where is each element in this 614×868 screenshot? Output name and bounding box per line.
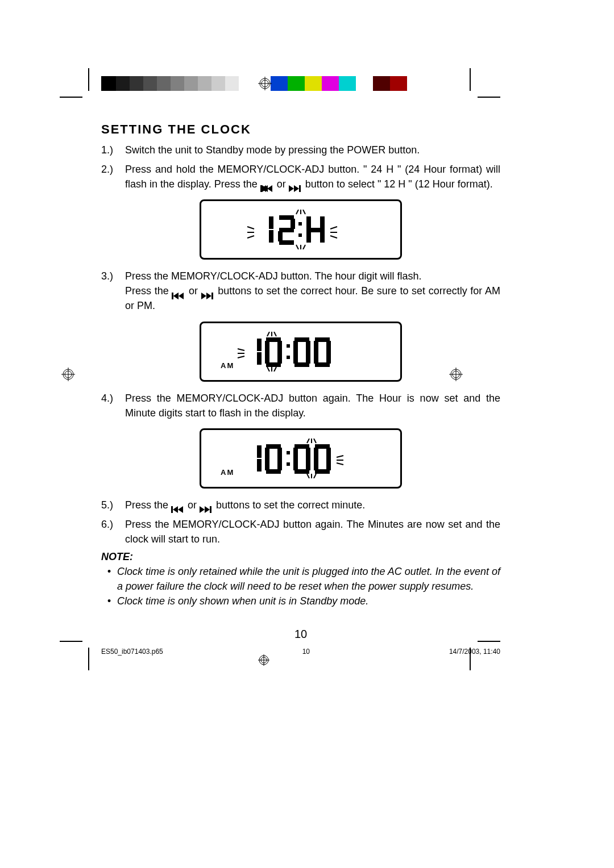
svg-rect-89 <box>293 448 298 470</box>
page: SETTING THE CLOCK 1.) Switch the unit to… <box>0 0 614 868</box>
svg-rect-90 <box>306 448 310 470</box>
skip-forward-icon <box>201 289 215 295</box>
lcd-display-minute: AM <box>200 428 402 489</box>
svg-line-24 <box>247 227 254 229</box>
svg-line-98 <box>337 463 343 465</box>
step-2: 2.) Press and hold the MEMORY/CLOCK-ADJ … <box>101 162 500 191</box>
svg-line-101 <box>314 439 316 443</box>
svg-rect-86 <box>287 451 290 454</box>
svg-marker-53 <box>206 293 211 299</box>
svg-rect-28 <box>269 230 273 243</box>
footer-slug: ES50_ib071403.p65 10 14/7/2003, 11:40 <box>101 648 500 656</box>
svg-rect-73 <box>315 362 330 367</box>
svg-line-99 <box>307 439 309 443</box>
crop-mark <box>88 648 89 670</box>
svg-marker-21 <box>289 185 294 192</box>
svg-rect-63 <box>266 362 281 367</box>
skip-back-icon <box>260 181 274 188</box>
instruction-list: 3.) Press the MEMORY/CLOCK-ADJ button. T… <box>101 269 500 313</box>
svg-rect-72 <box>326 341 331 364</box>
svg-line-44 <box>303 210 305 214</box>
crop-mark <box>470 68 471 91</box>
color-calibration-bar <box>101 76 460 91</box>
svg-rect-94 <box>326 448 331 470</box>
svg-line-76 <box>274 332 276 336</box>
svg-rect-30 <box>291 219 295 229</box>
svg-rect-110 <box>210 506 211 513</box>
skip-forward-icon <box>200 502 213 509</box>
lcd-display-12h <box>200 199 402 260</box>
svg-line-41 <box>330 236 337 238</box>
content: SETTING THE CLOCK 1.) Switch the unit to… <box>101 122 500 608</box>
svg-marker-52 <box>201 293 206 299</box>
svg-line-47 <box>303 245 305 249</box>
registration-mark-icon <box>258 654 272 668</box>
step-6: 6.) Press the MEMORY/CLOCK-ADJ button ag… <box>101 517 500 546</box>
svg-line-77 <box>267 367 269 372</box>
svg-rect-81 <box>257 459 262 471</box>
svg-rect-69 <box>294 362 309 367</box>
crop-mark <box>60 641 82 642</box>
svg-rect-58 <box>257 339 262 351</box>
svg-rect-83 <box>265 448 269 470</box>
svg-line-57 <box>238 356 244 358</box>
svg-rect-62 <box>277 341 282 364</box>
note-item: •Clock time is only shown when unit is i… <box>101 594 500 608</box>
crop-mark <box>478 641 500 642</box>
registration-mark-icon <box>61 368 75 381</box>
instruction-list: 1.) Switch the unit to Standby mode by p… <box>101 143 500 191</box>
crop-mark <box>88 68 89 91</box>
slug-date: 14/7/2003, 11:40 <box>449 648 500 656</box>
lcd-svg <box>235 439 366 478</box>
svg-rect-80 <box>257 445 262 458</box>
page-number: 10 <box>101 628 500 641</box>
svg-line-55 <box>238 349 244 350</box>
svg-line-79 <box>274 367 276 372</box>
registration-mark-icon <box>258 77 272 90</box>
svg-line-96 <box>337 456 343 457</box>
slug-page: 10 <box>302 648 310 656</box>
svg-marker-51 <box>179 293 184 299</box>
svg-marker-22 <box>294 185 299 192</box>
skip-back-icon <box>172 289 185 295</box>
svg-marker-109 <box>205 506 210 513</box>
skip-forward-icon <box>289 181 302 188</box>
svg-rect-84 <box>277 448 282 470</box>
svg-marker-108 <box>200 506 205 513</box>
svg-rect-48 <box>172 293 173 299</box>
lcd-svg <box>235 332 366 372</box>
am-indicator: AM <box>221 468 234 477</box>
lcd-svg <box>244 210 358 249</box>
svg-line-74 <box>267 332 269 336</box>
step-1: 1.) Switch the unit to Standby mode by p… <box>101 143 500 157</box>
svg-rect-64 <box>287 344 290 348</box>
svg-rect-59 <box>257 352 262 365</box>
svg-rect-35 <box>298 233 302 237</box>
svg-rect-27 <box>269 216 273 229</box>
note-heading: NOTE: <box>101 551 500 563</box>
instruction-list: 4.) Press the MEMORY/CLOCK-ADJ button ag… <box>101 391 500 420</box>
svg-line-39 <box>330 227 337 229</box>
step-3: 3.) Press the MEMORY/CLOCK-ADJ button. T… <box>101 269 500 313</box>
svg-rect-93 <box>314 448 318 470</box>
svg-rect-95 <box>315 469 330 474</box>
svg-rect-71 <box>314 341 318 364</box>
svg-line-42 <box>296 210 298 214</box>
lcd-display-hour: AM <box>200 322 402 382</box>
svg-rect-65 <box>287 356 290 359</box>
svg-marker-18 <box>267 185 272 192</box>
svg-line-104 <box>314 474 316 478</box>
svg-rect-68 <box>306 341 310 364</box>
svg-rect-61 <box>265 341 269 364</box>
crop-mark <box>60 97 82 98</box>
svg-marker-106 <box>173 506 178 513</box>
note-item: •Clock time is only retained while the u… <box>101 564 500 594</box>
svg-marker-50 <box>173 293 179 299</box>
svg-rect-87 <box>287 462 290 466</box>
section-heading: SETTING THE CLOCK <box>101 122 500 137</box>
svg-rect-32 <box>278 231 283 241</box>
svg-rect-33 <box>279 240 294 245</box>
instruction-list: 5.) Press the or buttons to set the corr… <box>101 498 500 546</box>
svg-rect-105 <box>171 506 173 513</box>
svg-rect-23 <box>299 185 301 192</box>
